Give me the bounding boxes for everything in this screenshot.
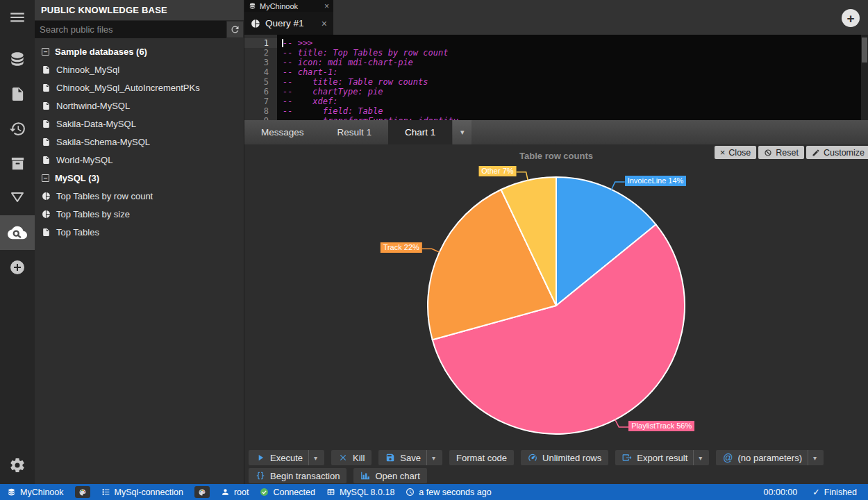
code-line: -- field: Table [283, 106, 868, 116]
tree-item-label: Sakila-Schema-MySQL [56, 137, 150, 147]
code-line: -- title: Top Tables by row count [283, 48, 868, 58]
unlimited-rows-button[interactable]: Unlimited rows [521, 450, 608, 465]
tree-item[interactable]: Top Tables by size [35, 205, 244, 223]
save-button[interactable]: Save▾ [378, 450, 442, 465]
sql-editor[interactable]: 123456789 -- >>>-- title: Top Tables by … [244, 35, 868, 120]
tree-item-label: Northwind-MySQL [56, 101, 130, 111]
pie-label-leader [422, 249, 440, 252]
rail-settings-icon[interactable] [0, 448, 35, 483]
tree-item[interactable]: Sakila-Data-MySQL [35, 115, 244, 133]
rail-cloud-knowledge-base-icon[interactable] [0, 215, 35, 250]
dropdown-chevron-icon[interactable]: ▾ [808, 450, 817, 465]
line-number: 1 [244, 38, 277, 48]
tree-item-label: Sakila-Data-MySQL [56, 119, 136, 129]
editor-scrollbar[interactable] [861, 35, 868, 120]
collapse-icon[interactable]: – [42, 174, 49, 182]
collapse-icon[interactable]: – [42, 48, 49, 56]
code-line: -- chart-1: [283, 67, 868, 77]
line-number: 3 [244, 58, 277, 67]
left-icon-rail [0, 0, 35, 484]
dropdown-chevron-icon[interactable]: ▾ [308, 450, 317, 465]
status-item-connected: Connected [260, 488, 315, 497]
line-number: 2 [244, 48, 277, 58]
search-row [35, 21, 244, 38]
query-timer: 00:00:00 [764, 488, 798, 497]
database-icon [7, 488, 16, 497]
file-icon [42, 228, 51, 237]
rail-connections-icon[interactable] [0, 42, 35, 76]
gauge-icon [528, 453, 537, 462]
rail-archive-icon[interactable] [0, 146, 35, 181]
pie-label-leader [615, 419, 629, 427]
line-number-gutter: 123456789 [244, 35, 277, 120]
kill-button[interactable]: Kill [331, 450, 372, 465]
export-result-button[interactable]: Export result▾ [615, 450, 709, 465]
pie-label-leader [517, 172, 528, 181]
panel-title: PUBLIC KNOWLEDGE BASE [35, 0, 244, 21]
tab-query-1[interactable]: Query #1 × [244, 12, 333, 35]
tree-item-label: Chinook_MySql [56, 65, 119, 75]
finished-status: ✓ Finished [812, 487, 857, 497]
no-parameters-button[interactable]: @(no parameters)▾ [716, 450, 824, 465]
check-icon: ✓ [812, 487, 819, 497]
search-input[interactable] [35, 21, 226, 38]
tab-group-mychinook[interactable]: MyChinook × [244, 0, 333, 12]
format-code-button[interactable]: Format code [449, 450, 514, 465]
execute-button[interactable]: Execute▾ [249, 450, 324, 465]
line-number: 4 [244, 67, 277, 77]
code-line: -- >>> [283, 38, 868, 48]
line-number: 5 [244, 77, 277, 87]
chart-pie-icon [42, 210, 51, 219]
file-icon [42, 101, 51, 110]
tree-group-label: Sample databases (6) [55, 47, 147, 57]
rail-history-icon[interactable] [0, 111, 35, 146]
tree-group-1[interactable]: –MySQL (3) [35, 169, 244, 187]
close-icon[interactable]: × [322, 18, 327, 29]
code-line: -- xdef: [283, 97, 868, 106]
tree-item[interactable]: Top Tables by row count [35, 187, 244, 205]
result-tabs-dropdown[interactable]: ▾ [453, 120, 471, 144]
tab-bar: MyChinook × Query #1 × + [244, 0, 868, 35]
status-item-mysql-connection: MySql-connection [101, 488, 183, 497]
result-tab-messages[interactable]: Messages [244, 120, 321, 144]
begin-transaction-button[interactable]: Begin transaction [249, 468, 347, 483]
chart-bar-icon [360, 471, 370, 481]
database-icon [249, 2, 256, 10]
dropdown-chevron-icon[interactable]: ▾ [693, 450, 702, 465]
code-line: -- chartType: pie [283, 87, 868, 97]
tree-group-0[interactable]: –Sample databases (6) [35, 42, 244, 60]
rail-add-icon[interactable] [0, 250, 35, 285]
save-icon [385, 453, 395, 462]
tree-item[interactable]: Sakila-Schema-MySQL [35, 133, 244, 151]
tab-group-label: MyChinook [260, 2, 298, 10]
close-icon [338, 453, 348, 462]
tree-item-label: World-MySQL [56, 155, 112, 165]
refresh-button[interactable] [226, 21, 244, 38]
tree-item-label: Chinook_MySql_AutoIncrementPKs [56, 83, 200, 93]
tree-item[interactable]: Chinook_MySql [35, 60, 244, 78]
file-tree: –Sample databases (6)Chinook_MySqlChinoo… [35, 38, 244, 241]
new-tab-button[interactable]: + [842, 9, 860, 27]
file-icon [42, 138, 51, 147]
file-icon [42, 83, 51, 92]
tree-item[interactable]: World-MySQL [35, 151, 244, 169]
connection-color-badge[interactable] [194, 486, 210, 498]
dropdown-chevron-icon[interactable]: ▾ [426, 450, 435, 465]
chart-pie-icon [42, 192, 51, 201]
rail-query-designer-icon[interactable] [0, 181, 35, 215]
close-icon[interactable]: × [324, 1, 329, 11]
chart-area: Table row counts ×CloseResetCustomize In… [244, 144, 868, 448]
check-circle-icon [260, 488, 269, 497]
tree-item[interactable]: Top Tables [35, 223, 244, 241]
tree-item[interactable]: Chinook_MySql_AutoIncrementPKs [35, 78, 244, 97]
code-area[interactable]: -- >>>-- title: Top Tables by row count-… [277, 35, 868, 120]
result-tab-result-1[interactable]: Result 1 [321, 120, 389, 144]
open-chart-button[interactable]: Open chart [353, 468, 426, 483]
result-tab-chart-1[interactable]: Chart 1 [388, 120, 452, 144]
rail-files-icon[interactable] [0, 76, 35, 111]
tree-item[interactable]: Northwind-MySQL [35, 97, 244, 115]
status-item-root: root [221, 488, 249, 497]
rail-menu-icon[interactable] [0, 0, 35, 35]
connection-color-badge[interactable] [75, 486, 90, 498]
status-bar: MyChinookMySql-connectionrootConnectedMy… [0, 484, 868, 500]
